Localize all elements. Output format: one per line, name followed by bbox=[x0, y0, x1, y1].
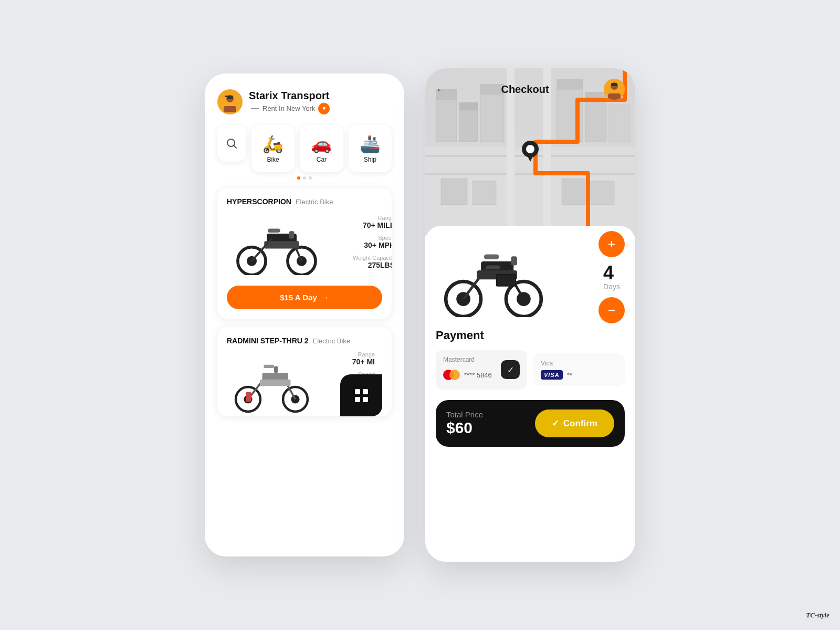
svg-rect-22 bbox=[274, 366, 278, 373]
mastercard-card[interactable]: Mastercard **** 5846 ✓ bbox=[436, 350, 527, 390]
weight-value: 275LBS bbox=[332, 261, 392, 269]
range-value: 70+ MILE bbox=[332, 221, 392, 229]
location-row: Rent In New York ▼ bbox=[249, 103, 330, 114]
svg-rect-39 bbox=[609, 105, 630, 142]
svg-rect-2 bbox=[224, 106, 236, 112]
range-label: Range bbox=[332, 215, 392, 221]
total-label: Total Price bbox=[446, 410, 483, 419]
product1-name: HYPERSCORPION bbox=[227, 197, 291, 206]
product1-image bbox=[227, 212, 327, 277]
total-section: Total Price $60 bbox=[446, 410, 483, 437]
checkout-header: ← Checkout bbox=[425, 68, 635, 100]
location-dropdown-btn[interactable]: ▼ bbox=[318, 103, 330, 114]
left-phone: Starix Transport Rent In New York ▼ bbox=[205, 74, 404, 556]
increment-button[interactable]: + bbox=[598, 231, 625, 257]
payment-cards-row: Mastercard **** 5846 ✓ bbox=[436, 350, 625, 390]
visa-card[interactable]: Vica VISA ** bbox=[533, 353, 625, 386]
payment-title: Payment bbox=[436, 329, 625, 342]
checkout-footer: Total Price $60 ✓ Confirm bbox=[436, 400, 625, 447]
category-car-label: Car bbox=[317, 156, 327, 163]
svg-rect-3 bbox=[227, 96, 233, 99]
svg-rect-67 bbox=[486, 265, 500, 269]
selected-checkmark: ✓ bbox=[501, 360, 520, 379]
days-label: Days bbox=[603, 282, 620, 291]
svg-rect-4 bbox=[225, 96, 227, 97]
checkout-bike-image bbox=[436, 236, 551, 319]
confirm-button[interactable]: ✓ Confirm bbox=[535, 410, 614, 437]
svg-line-64 bbox=[464, 269, 486, 299]
watermark: TC-style bbox=[806, 611, 830, 620]
dot-2 bbox=[303, 176, 306, 180]
dot-1 bbox=[297, 176, 300, 180]
category-ship-label: Ship bbox=[364, 156, 376, 163]
svg-rect-44 bbox=[425, 173, 635, 175]
visa-number: ** bbox=[567, 371, 572, 379]
svg-rect-29 bbox=[459, 102, 478, 110]
product2-type: Electric Bike bbox=[313, 337, 351, 345]
price-label: $15 A Day bbox=[280, 293, 317, 302]
svg-rect-24 bbox=[246, 392, 251, 402]
visa-icon: VISA bbox=[541, 370, 563, 380]
search-button[interactable] bbox=[217, 125, 246, 162]
grid-overlay bbox=[340, 374, 382, 416]
svg-rect-53 bbox=[608, 93, 621, 100]
category-ship[interactable]: 🚢 Ship bbox=[349, 125, 392, 172]
mastercard-number: **** 5846 bbox=[464, 371, 492, 379]
arrow-icon: → bbox=[321, 293, 329, 302]
svg-line-6 bbox=[234, 146, 237, 149]
back-button[interactable]: ← bbox=[436, 83, 446, 96]
speed-label: Speed bbox=[332, 235, 392, 241]
svg-rect-28 bbox=[459, 110, 478, 142]
category-car[interactable]: 🚗 Car bbox=[300, 125, 343, 172]
category-bike-label: Bike bbox=[267, 156, 279, 163]
svg-rect-65 bbox=[511, 256, 517, 265]
svg-rect-54 bbox=[611, 83, 617, 86]
app-header: Starix Transport Rent In New York ▼ bbox=[217, 89, 392, 114]
svg-rect-14 bbox=[289, 231, 295, 238]
svg-line-13 bbox=[252, 239, 272, 261]
avatar bbox=[217, 89, 243, 114]
days-count: 4 bbox=[603, 264, 620, 282]
svg-rect-66 bbox=[484, 254, 499, 259]
category-dots bbox=[217, 176, 392, 180]
map-pin bbox=[522, 141, 539, 164]
checkout-title: Checkout bbox=[501, 83, 549, 96]
category-row: 🛵 Bike 🚗 Car 🚢 Ship bbox=[217, 125, 392, 172]
confirm-label: Confirm bbox=[563, 418, 597, 429]
checkout-body: + 4 Days − Payment bbox=[425, 226, 635, 562]
decrement-button[interactable]: − bbox=[598, 297, 625, 323]
svg-rect-48 bbox=[472, 181, 496, 205]
svg-rect-50 bbox=[591, 181, 614, 205]
mastercard-label: Mastercard bbox=[443, 356, 492, 363]
svg-rect-26 bbox=[436, 100, 457, 142]
speed-value: 30+ MPH bbox=[332, 241, 392, 249]
total-price: $60 bbox=[446, 419, 483, 437]
counter-column: + 4 Days − bbox=[598, 231, 625, 323]
product-card-2: RADMINI STEP-THRU 2 Electric Bike bbox=[217, 327, 392, 416]
product-card-1: HYPERSCORPION Electric Bike bbox=[217, 188, 392, 319]
svg-rect-30 bbox=[480, 94, 504, 142]
product1-type: Electric Bike bbox=[296, 198, 333, 206]
product1-specs: Range 70+ MILE Speed 30+ MPH Weight Capa… bbox=[332, 215, 392, 275]
product2-name: RADMINI STEP-THRU 2 bbox=[227, 337, 309, 345]
checkout-avatar bbox=[604, 79, 625, 100]
svg-rect-69 bbox=[497, 275, 515, 285]
app-title: Starix Transport bbox=[249, 90, 330, 102]
svg-rect-15 bbox=[268, 229, 280, 233]
payment-section: Payment Mastercard **** 5846 bbox=[436, 323, 625, 390]
map-area: ← Checkout bbox=[425, 68, 635, 236]
weight-label: Weight Capacity bbox=[332, 255, 392, 261]
price-button[interactable]: $15 A Day → bbox=[227, 286, 382, 309]
svg-rect-47 bbox=[441, 178, 467, 205]
svg-rect-49 bbox=[562, 178, 588, 205]
svg-marker-57 bbox=[527, 155, 533, 162]
svg-rect-37 bbox=[585, 100, 606, 142]
right-phone: ← Checkout bbox=[425, 68, 635, 562]
svg-rect-21 bbox=[260, 380, 291, 386]
bike-counter-row: + 4 Days − bbox=[436, 226, 625, 323]
location-text: Rent In New York bbox=[262, 104, 315, 112]
dot-3 bbox=[309, 176, 312, 180]
confirm-check-icon: ✓ bbox=[552, 418, 559, 429]
svg-rect-23 bbox=[264, 365, 274, 368]
category-bike[interactable]: 🛵 Bike bbox=[251, 125, 295, 172]
